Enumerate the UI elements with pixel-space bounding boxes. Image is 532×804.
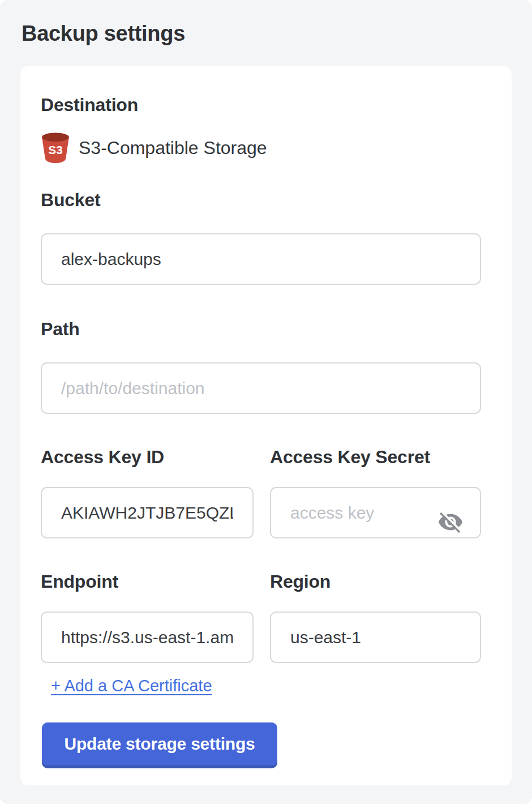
toggle-secret-visibility-button[interactable] [436, 507, 465, 537]
destination-label: Destination [41, 93, 481, 116]
endpoint-label: Endpoint [41, 570, 254, 593]
bucket-label: Bucket [41, 189, 481, 211]
page-title: Backup settings [22, 22, 532, 46]
backup-settings-card: Destination S3 S3-Compatible Storage Buc… [20, 66, 512, 785]
update-storage-settings-button[interactable]: Update storage settings [42, 722, 277, 765]
bucket-input[interactable] [41, 233, 481, 285]
svg-text:S3: S3 [48, 143, 62, 156]
eye-off-icon [437, 509, 464, 535]
access-key-id-label: Access Key ID [41, 446, 254, 468]
backup-settings-page: Backup settings Destination S3 S3-Compat… [0, 0, 532, 804]
region-label: Region [270, 570, 481, 593]
add-ca-certificate-link[interactable]: + Add a CA Certificate [51, 677, 212, 695]
region-input[interactable] [270, 611, 481, 663]
access-key-secret-label: Access Key Secret [270, 446, 481, 468]
path-input[interactable] [41, 362, 481, 414]
endpoint-input[interactable] [41, 611, 254, 663]
s3-bucket-icon: S3 [41, 132, 70, 163]
path-label: Path [41, 318, 481, 340]
destination-value-row: S3 S3-Compatible Storage [41, 132, 481, 164]
destination-value: S3-Compatible Storage [79, 138, 267, 159]
access-key-id-input[interactable] [41, 487, 254, 538]
